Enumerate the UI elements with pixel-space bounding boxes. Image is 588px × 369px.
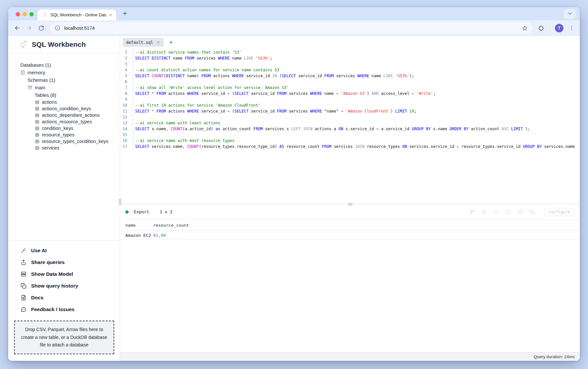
query-duration: Query duration: 24ms: [534, 354, 575, 359]
line-number: 1: [120, 49, 127, 55]
bookmark-star-icon[interactable]: [522, 25, 528, 31]
code-line: [135, 79, 580, 85]
sidebar-table-item[interactable]: resource_types_condition_keys: [35, 138, 116, 145]
format-wand-icon[interactable]: [493, 209, 499, 215]
line-number: 9: [120, 97, 127, 102]
file-dropzone[interactable]: Drop CSV, Parquet, Arrow files here to c…: [14, 321, 114, 354]
chevron-down-icon: [567, 11, 573, 17]
app-header: SQL Workbench: [8, 36, 120, 53]
browser-toolbar: localhost:5174 T: [8, 20, 580, 36]
table-icon: [35, 106, 40, 111]
new-query-tab-button[interactable]: [168, 40, 174, 45]
results-header: Export 1 x 2 Configure: [120, 204, 580, 220]
database-tree: Databases (1) memory Schemas (1) main Ta…: [8, 53, 120, 151]
sidebar-table-item[interactable]: services: [35, 145, 116, 151]
sidebar-table-item[interactable]: resource_types: [35, 132, 116, 138]
lock-icon[interactable]: [481, 209, 487, 215]
sidebar-resize-handle[interactable]: [118, 198, 122, 205]
menu-item-docs[interactable]: Docs: [8, 292, 120, 304]
back-button[interactable]: [14, 25, 20, 31]
column-header[interactable]: name: [125, 223, 153, 228]
undo-icon[interactable]: [506, 209, 511, 215]
line-number: 10: [120, 102, 127, 108]
forward-button[interactable]: [26, 25, 32, 31]
table-row[interactable]: Amazon EC291,00: [120, 231, 580, 240]
code-line: [135, 114, 580, 120]
results-panel: Export 1 x 2 Configure nameresource_coun…: [120, 204, 580, 361]
url-text[interactable]: localhost:5174: [64, 26, 518, 31]
line-number: 6: [120, 79, 127, 85]
sidebar-table-item[interactable]: actions: [35, 99, 116, 105]
code-line: --ai distinct service names that contain…: [135, 49, 580, 55]
address-bar[interactable]: localhost:5174: [50, 22, 532, 34]
menu-item-feedback-issues[interactable]: Feedback / Issues: [8, 304, 120, 315]
table-icon: [35, 126, 40, 131]
sidebar-table-item[interactable]: actions_resource_types: [35, 118, 116, 125]
configure-button[interactable]: Configure: [544, 208, 575, 216]
results-table: nameresource_count Amazon EC291,00: [120, 220, 580, 240]
copy-icon[interactable]: [530, 209, 535, 215]
table-icon: [35, 119, 40, 124]
tab-search-button[interactable]: [564, 9, 576, 19]
window-controls[interactable]: [16, 12, 34, 16]
line-number: 3: [120, 61, 127, 67]
site-info-icon[interactable]: [55, 25, 60, 31]
browser-tabstrip: SQL Workbench - Online Data: [8, 7, 580, 20]
code-line: SELECT services.name, COUNT(resource_typ…: [135, 144, 580, 149]
export-button[interactable]: Export: [134, 209, 149, 214]
menu-item-show-data-model[interactable]: Show Data Model: [8, 268, 120, 280]
extensions-icon[interactable]: [538, 25, 544, 31]
column-header[interactable]: resource_count: [153, 223, 189, 228]
code-line: SELECT s.name, COUNT(a.action_id) as act…: [135, 126, 580, 132]
line-number: 17: [120, 144, 127, 149]
sql-code[interactable]: --ai distinct service names that contain…: [133, 48, 580, 204]
tables-list: actionsactions_condition_keysactions_dep…: [35, 99, 116, 151]
code-line: --ai first 10 actions for service 'Amazo…: [135, 102, 580, 108]
browser-tab[interactable]: SQL Workbench - Online Data: [38, 9, 116, 20]
profile-avatar[interactable]: T: [555, 24, 563, 32]
new-tab-button[interactable]: [122, 10, 128, 16]
results-toolbar: [469, 209, 535, 215]
minimize-window-button[interactable]: [23, 12, 27, 16]
line-number-gutter: 1234567891011121314151617: [120, 48, 133, 150]
browser-menu-icon[interactable]: [569, 25, 575, 31]
sidebar-table-item[interactable]: actions_dependant_actions: [35, 112, 116, 118]
result-dimensions: 1 x 2: [160, 209, 172, 214]
tree-schemas-label: Schemas (1): [27, 76, 116, 84]
tree-database-memory[interactable]: memory: [20, 69, 116, 76]
tab-close-icon[interactable]: [108, 13, 113, 17]
goose-logo-icon: [19, 40, 28, 50]
code-line: --ai show all 'Write' access level actio…: [135, 85, 580, 91]
code-line: [135, 97, 580, 102]
menu-item-show-query-history[interactable]: Show query history: [8, 280, 120, 292]
tree-databases-label: Databases (1): [20, 61, 116, 69]
close-window-button[interactable]: [16, 12, 20, 16]
editor-tab-close-icon[interactable]: [156, 40, 160, 44]
code-line: SELECT DISTINCT name FROM services WHERE…: [135, 55, 580, 61]
code-line: --ai service name with least actions: [135, 120, 580, 126]
results-resize-handle[interactable]: [347, 202, 353, 206]
table-icon: [35, 132, 40, 137]
schema-icon: [27, 85, 32, 90]
maximize-window-button[interactable]: [29, 12, 34, 16]
results-table-header: nameresource_count: [120, 220, 580, 231]
feedback-icon: [21, 307, 27, 312]
table-icon: [35, 100, 40, 105]
sidebar: SQL Workbench Databases (1) memory Schem…: [8, 36, 120, 361]
sql-editor[interactable]: 1234567891011121314151617 --ai distinct …: [120, 48, 580, 204]
toolbar-separator: [549, 25, 550, 31]
editor-tab-default-sql[interactable]: default.sql: [123, 38, 164, 47]
code-line: [135, 61, 580, 67]
line-number: 14: [120, 126, 127, 132]
sidebar-table-item[interactable]: actions_condition_keys: [35, 105, 116, 112]
external-link-icon[interactable]: [518, 209, 523, 215]
reload-button[interactable]: [38, 25, 44, 31]
menu-item-share-queries[interactable]: Share queries: [8, 256, 120, 268]
dropzone-text: Drop CSV, Parquet, Arrow files here to c…: [20, 326, 109, 349]
tree-tables-label: Tables (8): [35, 91, 116, 99]
menu-item-use-ai[interactable]: Use AI: [8, 245, 120, 256]
tree-schema-main[interactable]: main: [27, 84, 116, 91]
editor-tabbar: default.sql: [120, 36, 580, 48]
paint-roller-icon[interactable]: [469, 209, 474, 215]
sidebar-table-item[interactable]: condition_keys: [35, 125, 116, 132]
